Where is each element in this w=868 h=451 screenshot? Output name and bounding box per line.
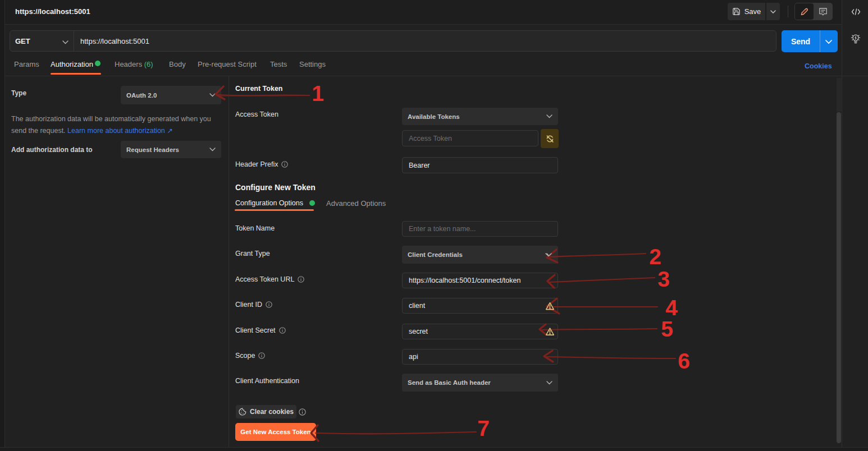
svg-text:5: 5	[661, 317, 673, 341]
svg-text:3: 3	[657, 267, 670, 291]
svg-text:2: 2	[649, 245, 661, 269]
svg-text:4: 4	[665, 296, 678, 320]
svg-text:7: 7	[477, 416, 490, 440]
svg-text:6: 6	[678, 349, 690, 373]
svg-text:1: 1	[312, 81, 324, 105]
